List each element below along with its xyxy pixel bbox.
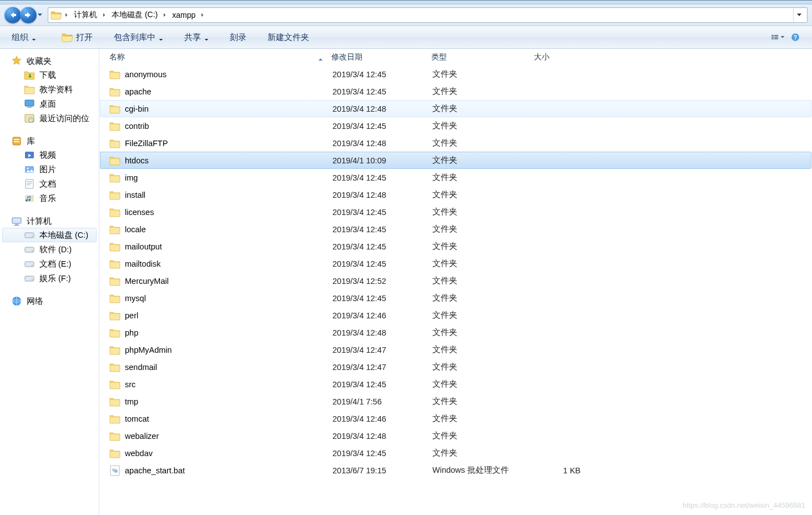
sidebar-item[interactable]: 教学资料 xyxy=(2,82,97,97)
file-row[interactable]: install2019/3/4 12:48文件夹 xyxy=(100,186,811,203)
file-type: 文件夹 xyxy=(432,310,457,321)
breadcrumb-sep[interactable] xyxy=(161,8,169,22)
folder-icon xyxy=(51,9,62,21)
sidebar-item[interactable]: 文档 xyxy=(2,177,97,191)
music-icon xyxy=(24,193,35,204)
open-button[interactable]: 打开 xyxy=(56,29,99,46)
sidebar-item-label: 桌面 xyxy=(39,99,56,109)
sidebar-item[interactable]: 下载 xyxy=(2,68,97,82)
file-row[interactable]: mailtodisk2019/3/4 12:45文件夹 xyxy=(100,255,811,272)
sidebar-item[interactable]: 音乐 xyxy=(2,191,97,206)
folder-icon xyxy=(109,86,120,97)
file-row[interactable]: apache2019/3/4 12:45文件夹 xyxy=(100,83,811,100)
file-name: webalizer xyxy=(125,432,159,441)
file-name: FileZillaFTP xyxy=(125,139,168,148)
file-name: src xyxy=(125,380,135,389)
sidebar-item-label: 文档 (E:) xyxy=(39,259,71,269)
file-row[interactable]: src2019/3/4 12:45文件夹 xyxy=(100,376,811,393)
breadcrumb-sep[interactable] xyxy=(199,8,206,22)
help-button[interactable] xyxy=(788,30,803,44)
file-row[interactable]: mysql2019/3/4 12:45文件夹 xyxy=(100,289,811,307)
drive-icon xyxy=(24,258,35,269)
burn-button[interactable]: 刻录 xyxy=(224,29,253,46)
column-size[interactable]: 大小 xyxy=(531,49,586,66)
file-row[interactable]: sendmail2019/3/4 12:47文件夹 xyxy=(100,358,811,376)
breadcrumb-item[interactable]: 本地磁盘 (C:) xyxy=(109,8,160,22)
breadcrumb-item[interactable]: 计算机 xyxy=(72,8,99,22)
file-row[interactable]: apache_start.bat2013/6/7 19:15Windows 批处… xyxy=(100,462,811,479)
file-row[interactable]: img2019/3/4 12:45文件夹 xyxy=(100,169,811,186)
sidebar-heading[interactable]: 收藏夹 xyxy=(0,54,99,68)
file-type: 文件夹 xyxy=(432,121,457,131)
sidebar-item[interactable]: 娱乐 (F:) xyxy=(2,271,97,286)
column-name[interactable]: 名称 xyxy=(106,49,328,66)
file-row[interactable]: licenses2019/3/4 12:45文件夹 xyxy=(100,203,811,221)
file-row[interactable]: contrib2019/3/4 12:45文件夹 xyxy=(100,117,811,134)
sidebar-item[interactable]: 视频 xyxy=(2,148,97,162)
sidebar-group: 计算机本地磁盘 (C:)软件 (D:)文档 (E:)娱乐 (F:) xyxy=(0,214,99,286)
sidebar-heading-label: 网络 xyxy=(27,296,43,307)
sidebar-item[interactable]: 最近访问的位 xyxy=(2,111,97,126)
folder-open-icon xyxy=(62,32,73,43)
file-row[interactable]: php2019/3/4 12:48文件夹 xyxy=(100,324,811,341)
file-date: 2013/6/7 19:15 xyxy=(332,466,386,475)
file-row[interactable]: anonymous2019/3/4 12:45文件夹 xyxy=(100,66,811,83)
file-row[interactable]: webalizer2019/3/4 12:48文件夹 xyxy=(100,427,811,444)
new-folder-label: 新建文件夹 xyxy=(268,32,309,43)
folder-icon xyxy=(109,379,120,390)
file-date: 2019/3/4 12:45 xyxy=(332,70,386,79)
content-pane: 名称 修改日期 类型 大小 anonymous2019/3/4 12:45文件夹… xyxy=(99,49,812,515)
file-name: tmp xyxy=(125,397,138,406)
sidebar-item[interactable]: 文档 (E:) xyxy=(2,257,97,271)
column-headers: 名称 修改日期 类型 大小 xyxy=(99,49,812,66)
folder-icon xyxy=(109,103,120,114)
column-type[interactable]: 类型 xyxy=(428,49,531,66)
sidebar-item[interactable]: 软件 (D:) xyxy=(2,242,97,257)
sidebar-heading-label: 收藏夹 xyxy=(27,56,52,67)
sidebar-item[interactable]: 本地磁盘 (C:) xyxy=(2,228,97,242)
file-type: 文件夹 xyxy=(432,172,457,183)
file-row[interactable]: locale2019/3/4 12:45文件夹 xyxy=(100,221,811,238)
file-row[interactable]: mailoutput2019/3/4 12:45文件夹 xyxy=(100,238,811,255)
file-row[interactable]: htdocs2019/4/1 10:09文件夹 xyxy=(100,152,811,169)
folder-icon xyxy=(109,241,120,252)
file-type: 文件夹 xyxy=(432,379,457,389)
window-titlebar-strip xyxy=(0,1,812,4)
address-bar[interactable]: 计算机本地磁盘 (C:)xampp xyxy=(48,7,808,23)
file-row[interactable]: tomcat2019/3/4 12:46文件夹 xyxy=(100,410,811,427)
new-folder-button[interactable]: 新建文件夹 xyxy=(261,29,315,46)
file-row[interactable]: FileZillaFTP2019/3/4 12:48文件夹 xyxy=(100,134,811,152)
sidebar-heading[interactable]: 计算机 xyxy=(0,214,99,228)
file-row[interactable]: MercuryMail2019/3/4 12:52文件夹 xyxy=(100,272,811,289)
col-name-label: 名称 xyxy=(109,52,125,62)
file-row[interactable]: perl2019/3/4 12:46文件夹 xyxy=(100,307,811,324)
breadcrumb-sep[interactable] xyxy=(100,8,108,22)
sidebar-item[interactable]: 图片 xyxy=(2,162,97,177)
sidebar-item[interactable]: 桌面 xyxy=(2,97,97,111)
file-type: 文件夹 xyxy=(432,155,457,166)
sidebar-heading[interactable]: 库 xyxy=(0,134,99,148)
file-list[interactable]: anonymous2019/3/4 12:45文件夹apache2019/3/4… xyxy=(99,66,812,515)
file-date: 2019/3/4 12:45 xyxy=(332,225,386,234)
column-date[interactable]: 修改日期 xyxy=(328,49,428,66)
file-type: 文件夹 xyxy=(432,258,457,269)
share-menu[interactable]: 共享 xyxy=(178,29,215,46)
organize-label: 组织 xyxy=(12,32,28,43)
folder-icon xyxy=(109,396,120,407)
breadcrumb-sep[interactable] xyxy=(63,8,70,22)
forward-button[interactable] xyxy=(20,7,37,23)
file-row[interactable]: phpMyAdmin2019/3/4 12:47文件夹 xyxy=(100,341,811,358)
history-dropdown[interactable] xyxy=(36,7,44,23)
file-row[interactable]: cgi-bin2019/3/4 12:48文件夹 xyxy=(100,100,811,117)
breadcrumb-item[interactable]: xampp xyxy=(170,8,198,22)
view-options-button[interactable] xyxy=(770,30,785,44)
file-date: 2019/3/4 12:47 xyxy=(332,363,386,372)
file-row[interactable]: tmp2019/4/1 7:56文件夹 xyxy=(100,393,811,410)
include-library-menu[interactable]: 包含到库中 xyxy=(108,29,169,46)
down-icon xyxy=(24,69,35,81)
organize-menu[interactable]: 组织 xyxy=(6,29,42,46)
file-row[interactable]: webdav2019/3/4 12:45文件夹 xyxy=(100,444,811,462)
sidebar-heading[interactable]: 网络 xyxy=(0,294,99,308)
back-button[interactable] xyxy=(4,7,21,23)
address-dropdown[interactable] xyxy=(793,8,805,22)
